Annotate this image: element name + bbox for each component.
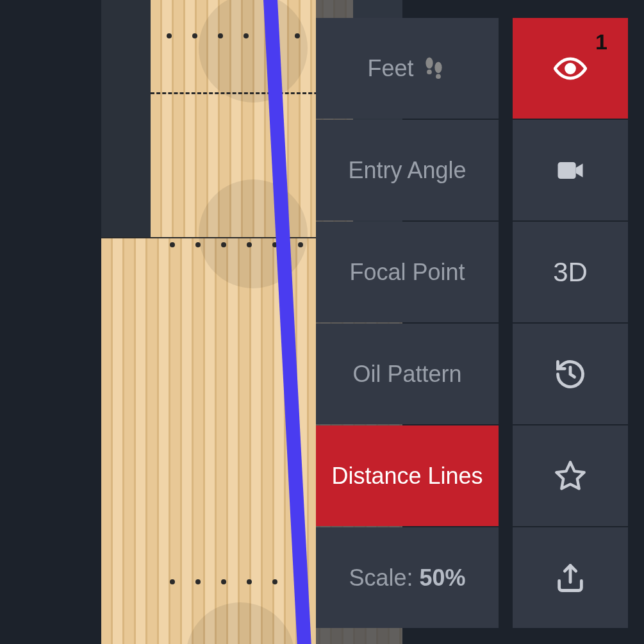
menu-item-label: Entry Angle [348,157,466,184]
share-icon [554,561,587,595]
view-badge: 1 [595,29,607,54]
svg-point-4 [566,64,575,72]
menu-item-label: Feet [367,55,413,82]
menu-item-label: Distance Lines [331,463,483,490]
menu-item-scale[interactable]: Scale: 50% [316,527,499,628]
star-icon [554,459,587,493]
menu-item-focal-point[interactable]: Focal Point [316,222,499,322]
options-menu: Feet Entry Angle Focal Point Oil Pattern… [316,18,499,628]
menu-item-oil-pattern[interactable]: Oil Pattern [316,324,499,424]
three-d-button[interactable]: 3D [513,222,628,322]
three-d-label: 3D [553,257,588,288]
lane-dots-row [170,579,303,584]
approach-dots-row [167,33,326,38]
history-button[interactable] [513,324,628,424]
svg-point-0 [425,57,433,69]
share-button[interactable] [513,527,628,628]
scale-value: 50% [420,565,466,591]
menu-item-label: Focal Point [349,259,465,286]
menu-item-distance-lines[interactable]: Distance Lines [316,425,499,526]
svg-marker-6 [556,462,584,488]
camera-icon [554,154,587,187]
footprints-icon [420,55,447,82]
svg-point-2 [434,62,442,73]
camera-button[interactable] [513,120,628,220]
history-icon [554,358,587,391]
view-button[interactable]: 1 [513,18,628,119]
favorite-button[interactable] [513,425,628,526]
tool-rail: 1 3D [513,18,628,628]
svg-rect-5 [558,162,576,179]
menu-item-label: Scale: [349,565,413,591]
menu-item-feet[interactable]: Feet [316,18,499,119]
eye-icon [554,52,587,85]
menu-item-label: Oil Pattern [352,361,461,388]
svg-point-3 [436,74,441,79]
menu-item-entry-angle[interactable]: Entry Angle [316,120,499,220]
svg-point-1 [427,69,432,74]
